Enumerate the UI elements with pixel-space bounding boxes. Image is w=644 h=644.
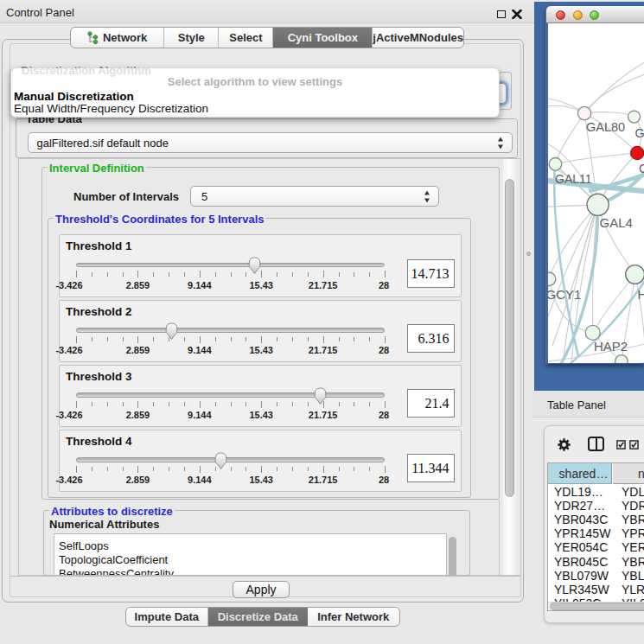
svg-text:GAL11: GAL11 (555, 172, 592, 186)
svg-text:GA: GA (634, 126, 644, 140)
svg-text:GCY1: GCY1 (548, 287, 581, 302)
svg-text:GAL80: GAL80 (586, 120, 625, 134)
svg-text:CY: CY (639, 162, 644, 175)
svg-text:HAP2: HAP2 (594, 339, 628, 354)
svg-text:H: H (637, 287, 644, 302)
svg-text:GAL4: GAL4 (599, 215, 632, 230)
